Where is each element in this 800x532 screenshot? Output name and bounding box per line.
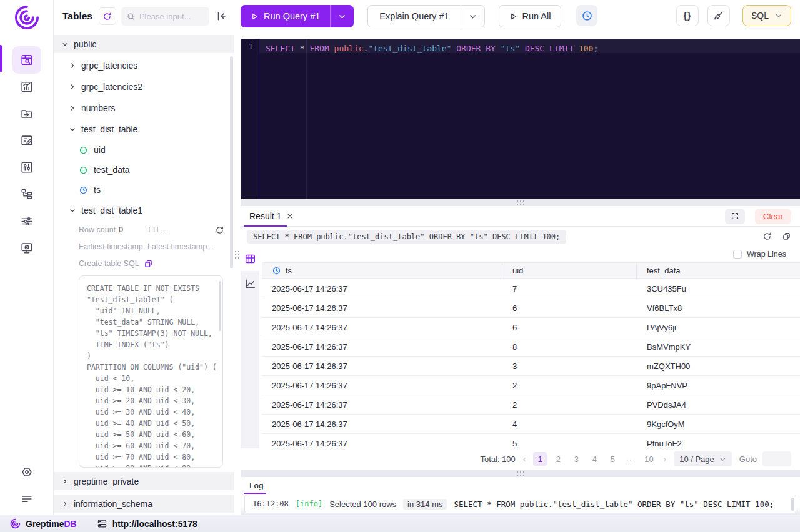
clear-results-button[interactable]: Clear [755,209,791,224]
refresh-details-button[interactable] [215,225,224,235]
tree-column-uid[interactable]: uid [54,142,234,158]
wrap-lines-checkbox[interactable] [733,250,742,259]
latest-label: Latest timestamp [148,242,207,251]
line-number: 1 [248,42,253,51]
log-tab[interactable]: Log [244,481,269,494]
table-search-box[interactable] [121,7,209,26]
log-query-text: SELECT * FROM public."test_dist_table" O… [454,500,774,509]
run-all-button[interactable]: Run All [499,5,562,27]
format-code-button[interactable]: {} [676,5,699,26]
code-token: ; [593,44,598,53]
tree-item-label: test_dist_table [81,124,138,134]
clear-editor-button[interactable] [708,5,730,26]
table-row: 2025-06-17 14:26:376PAjVy6ji [262,318,800,337]
table-cell: 2025-06-17 14:26:37 [262,415,502,433]
run-query-button[interactable]: Run Query #1 [241,5,354,27]
log-time: 16:12:08 [252,500,289,508]
tree-item-label: numbers [81,103,115,113]
refresh-icon [102,12,112,21]
create-table-sql-block[interactable]: CREATE TABLE IF NOT EXISTS"test_dist_tab… [79,275,223,468]
results-log-resize-handle[interactable] [241,470,800,477]
chart-view-button[interactable] [241,271,259,296]
table-cell: mZQXTH00 [637,357,800,375]
table-cell: BsMVmpKY [637,337,800,356]
tree-item-numbers[interactable]: numbers [54,99,234,117]
row-count-line: Row count 0 TTL - [79,224,224,236]
sidebar-item-menu[interactable] [16,488,38,510]
goto-page-input[interactable] [762,451,791,466]
column-header-ts[interactable]: ts [262,263,502,278]
tree-item-test_dist_table1[interactable]: test_dist_table1 [54,202,234,219]
server-icon [97,518,108,529]
sidebar-item-editor[interactable] [16,130,38,151]
result-table-body: 2025-06-17 14:26:3773CU435Fu2025-06-17 1… [262,279,800,448]
field-column-icon [79,165,88,175]
sidebar-item-flows[interactable] [16,210,38,232]
chevron-down-icon [61,41,69,48]
sidebar-item-limits[interactable] [16,157,38,178]
collapse-panel-button[interactable] [216,11,227,22]
table-cell: 8 [502,337,637,356]
result-tab[interactable]: Result 1 [244,211,299,221]
sidebar-item-monitor[interactable] [16,237,38,259]
query-history-button[interactable] [576,5,598,26]
tree-item-label: test_dist_table1 [81,205,142,215]
page-button-5[interactable]: 5 [606,452,619,466]
explain-query-button[interactable]: Explain Query #1 [368,5,484,27]
code-token: ORDER BY [456,44,500,53]
refresh-tables-button[interactable] [99,7,116,25]
language-select[interactable]: SQL [742,5,791,26]
scrollbar-thumb[interactable] [219,281,221,331]
main-area: Run Query #1 Explain Query #1 Run All {} [241,0,800,515]
close-icon[interactable] [286,212,294,220]
sql-line: uid >= 10 AND uid < 20, [87,384,216,395]
tree-item-grpc_latencies2[interactable]: grpc_latencies2 [54,78,234,96]
tree-item-information_schema[interactable]: information_schema [54,495,234,513]
scrollbar-thumb[interactable] [791,498,794,511]
sql-line: TIME INDEX ("ts") [87,339,216,350]
rerun-query-icon[interactable] [762,232,772,241]
table-view-button[interactable] [241,246,259,271]
page-button-10[interactable]: 10 [642,452,656,466]
page-size-select[interactable]: 10 / Page [674,451,732,466]
sidebar-item-charts[interactable] [16,76,38,97]
sidebar-item-table-browser[interactable] [12,46,41,74]
pagination-pages: 12345···10 [533,452,656,466]
brush-icon [713,11,724,21]
resize-handle[interactable] [235,251,239,259]
tree-item-greptime_private[interactable]: greptime_private [54,472,234,490]
page-button-2[interactable]: 2 [551,452,565,466]
sql-line: ) [87,350,216,362]
editor-results-resize-handle[interactable] [241,199,800,206]
column-header-test_data[interactable]: test_data [637,263,800,278]
table-cell: 2025-06-17 14:26:37 [262,395,502,414]
tree-item-public[interactable]: public [54,35,234,53]
search-input[interactable] [139,12,204,21]
sql-editor[interactable]: 1 SELECT * FROM public."test_dist_table"… [241,39,800,199]
scrollbar-thumb[interactable] [230,56,233,268]
tree-item-grpc_latencies[interactable]: grpc_latencies [54,57,234,74]
copy-sql-button[interactable] [144,259,153,268]
column-header-uid[interactable]: uid [502,263,637,278]
page-button-3[interactable]: 3 [569,452,583,466]
table-row: 2025-06-17 14:26:373mZQXTH00 [262,357,800,376]
run-query-label: Run Query #1 [264,11,320,21]
run-query-dropdown[interactable] [330,5,354,27]
prev-page-button[interactable]: ‹ [521,454,528,464]
tree-column-ts[interactable]: ts [54,182,234,198]
table-cell: 6 [502,318,637,337]
sidebar-item-ingest[interactable] [16,103,38,124]
tree-column-test_data[interactable]: test_data [54,162,234,178]
sidebar-item-settings[interactable] [16,461,38,483]
copy-query-icon[interactable] [782,232,791,241]
explain-query-dropdown[interactable] [461,6,484,27]
fullscreen-button[interactable] [725,209,745,224]
page-button-4[interactable]: 4 [588,452,601,466]
column-name: uid [94,145,106,155]
tree-item-test_dist_table[interactable]: test_dist_table [54,121,234,138]
sidebar-item-topology[interactable] [16,184,38,205]
page-button-1[interactable]: 1 [533,452,547,466]
next-page-button[interactable]: › [661,454,668,464]
tables-tree: publicgrpc_latenciesgrpc_latencies2numbe… [54,35,234,515]
sql-line: uid >= 80 AND uid < 90, [87,463,216,468]
